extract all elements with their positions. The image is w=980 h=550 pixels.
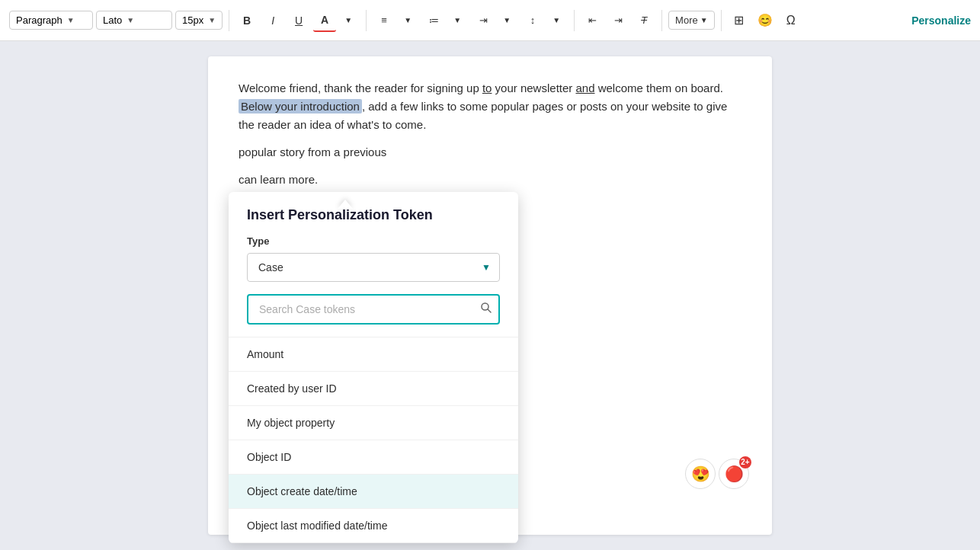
align-chevron[interactable]: ▼ — [396, 9, 419, 32]
spacing-chevron[interactable]: ▼ — [545, 9, 568, 32]
emoji-button[interactable]: 😊 — [754, 9, 777, 32]
bold-button[interactable]: B — [235, 9, 258, 32]
search-input[interactable] — [247, 294, 500, 325]
dropdown-list: Amount Created by user ID My object prop… — [229, 337, 518, 543]
underline-color-group: A ▼ — [313, 9, 360, 32]
type-select-wrapper: Case ▼ — [247, 253, 500, 282]
clear-format-button[interactable]: T — [633, 9, 655, 32]
popup-caret — [338, 200, 353, 209]
divider-5 — [721, 10, 722, 31]
underline-color-chevron[interactable]: ▼ — [337, 9, 360, 32]
list-item[interactable]: My object property — [229, 406, 518, 440]
editor-paragraph-1: Welcome friend, thank the reader for sig… — [239, 79, 741, 134]
spacing-button[interactable]: ↕ — [521, 9, 544, 32]
search-wrapper — [247, 294, 500, 325]
paragraph-select[interactable]: Paragraph ▼ — [9, 11, 93, 30]
heart-eyes-symbol: 😍 — [691, 462, 710, 486]
editor-paragraph-2: popular story from a previous — [239, 143, 741, 161]
paragraph-label: Paragraph — [16, 14, 62, 26]
type-select[interactable]: Case — [247, 253, 500, 282]
spacing-group: ↕ ▼ — [521, 9, 568, 32]
list-chevron[interactable]: ▼ — [446, 9, 469, 32]
red-circle-emoji[interactable]: 🔴 2+ — [719, 459, 749, 489]
highlighted-text: Below your introduction — [239, 99, 362, 114]
outdent-button[interactable]: ⇤ — [581, 9, 604, 32]
size-chevron-icon: ▼ — [208, 16, 216, 24]
underline-color-button[interactable]: A — [313, 9, 336, 32]
list-item[interactable]: Object last modified date/time — [229, 509, 518, 543]
indent-button[interactable]: ⇥ — [472, 9, 495, 32]
search-button[interactable] — [480, 302, 492, 317]
indent-right-button[interactable]: ⇥ — [607, 9, 629, 32]
editor-paragraph-2b: can learn more. — [239, 171, 741, 189]
main-toolbar: Paragraph ▼ Lato ▼ 15px ▼ B I U A ▼ ≡ ▼ … — [0, 0, 980, 41]
type-label: Type — [247, 235, 500, 247]
divider-2 — [366, 10, 367, 31]
font-select[interactable]: Lato ▼ — [96, 11, 172, 30]
list-item[interactable]: Amount — [229, 337, 518, 372]
paragraph-chevron-icon: ▼ — [67, 16, 75, 24]
more-button[interactable]: More ▼ — [668, 11, 715, 30]
search-icon — [480, 302, 492, 314]
popup-title: Insert Personalization Token — [229, 192, 518, 235]
indent-chevron[interactable]: ▼ — [495, 9, 518, 32]
heart-eyes-emoji[interactable]: 😍 — [685, 459, 716, 489]
list-item-highlighted[interactable]: Object create date/time — [229, 475, 518, 509]
font-chevron-icon: ▼ — [127, 16, 134, 24]
insert-image-button[interactable]: ⊞ — [728, 9, 751, 32]
align-button[interactable]: ≡ — [373, 9, 396, 32]
popup-body: Type Case ▼ — [229, 235, 518, 337]
more-chevron-icon: ▼ — [700, 16, 708, 24]
svg-line-1 — [488, 309, 491, 312]
list-button[interactable]: ≔ — [422, 9, 445, 32]
font-label: Lato — [103, 14, 122, 26]
list-item[interactable]: Created by user ID — [229, 372, 518, 406]
align-group: ≡ ▼ — [373, 9, 419, 32]
size-label: 15px — [182, 14, 203, 26]
underline-and: and — [575, 82, 594, 94]
more-label: More — [675, 14, 698, 26]
divider-1 — [229, 10, 229, 31]
italic-button[interactable]: I — [261, 9, 284, 32]
content-area: Welcome friend, thank the reader for sig… — [0, 41, 980, 550]
indent-group: ⇥ ▼ — [472, 9, 518, 32]
list-item[interactable]: Object ID — [229, 440, 518, 475]
list-group: ≔ ▼ — [422, 9, 469, 32]
emoji-badge: 2+ — [739, 456, 751, 468]
underline-button[interactable]: U — [287, 9, 310, 32]
omega-button[interactable]: Ω — [780, 9, 802, 32]
emoji-area: 😍 🔴 2+ — [685, 459, 749, 489]
personalize-button[interactable]: Personalize — [911, 14, 971, 27]
size-select[interactable]: 15px ▼ — [175, 11, 223, 30]
divider-3 — [574, 10, 575, 31]
divider-4 — [661, 10, 662, 31]
insert-personalization-popup: Insert Personalization Token Type Case ▼ — [229, 192, 518, 543]
underline-to: to — [482, 82, 492, 94]
